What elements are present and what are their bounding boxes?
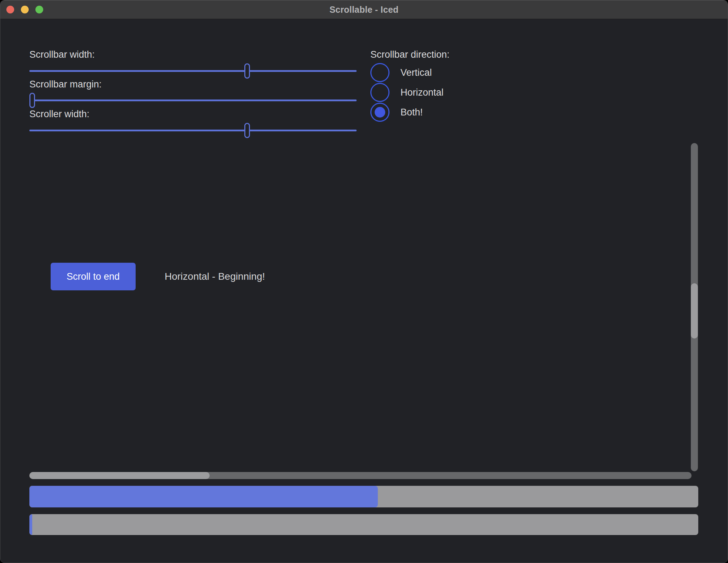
title-bar: Scrollable - Iced (0, 0, 728, 19)
slider-rail[interactable] (29, 70, 357, 72)
zoom-button[interactable] (35, 6, 43, 13)
close-button[interactable] (6, 6, 14, 13)
slider-handle[interactable] (29, 93, 35, 108)
traffic-lights (6, 0, 43, 19)
radio-label: Horizontal (400, 87, 444, 98)
slider-rail[interactable] (29, 99, 357, 101)
scrollbar-width-label: Scrollbar width: (29, 49, 95, 60)
slider-rail[interactable] (29, 130, 357, 131)
scrollbar-width-slider[interactable] (29, 63, 357, 79)
radio-label: Both! (400, 107, 423, 118)
horizontal-scrollbar-track[interactable] (29, 472, 692, 479)
radio-label: Vertical (400, 67, 432, 78)
radio-horizontal[interactable]: Horizontal (370, 83, 444, 102)
radio-circle-icon[interactable] (370, 63, 389, 82)
radio-both[interactable]: Both! (370, 103, 423, 122)
app-window: Scrollable - Iced Scrollbar width: Scrol… (0, 0, 728, 563)
window-title: Scrollable - Iced (329, 5, 398, 15)
scrollbar-direction-label: Scrollbar direction: (370, 49, 450, 60)
radio-circle-icon[interactable] (370, 103, 389, 122)
radio-vertical[interactable]: Vertical (370, 63, 432, 82)
vertical-progress-bar (29, 514, 698, 535)
scroller-width-slider[interactable] (29, 123, 357, 138)
slider-handle[interactable] (244, 123, 250, 138)
horizontal-progress-bar (29, 486, 698, 507)
scrollbar-margin-slider[interactable] (29, 93, 357, 108)
minimize-button[interactable] (21, 6, 29, 13)
progress-fill (29, 486, 378, 507)
slider-handle[interactable] (244, 63, 250, 79)
vertical-scrollbar-thumb[interactable] (691, 283, 698, 339)
vertical-scrollbar-track[interactable] (691, 143, 698, 471)
scroller-width-label: Scroller width: (29, 109, 90, 120)
radio-circle-icon[interactable] (370, 83, 389, 102)
horizontal-scrollbar-thumb[interactable] (29, 472, 210, 479)
scrollbar-margin-label: Scrollbar margin: (29, 79, 102, 90)
progress-fill (29, 514, 32, 535)
scroll-to-end-button[interactable]: Scroll to end (51, 263, 136, 290)
scroll-status-text: Horizontal - Beginning! (165, 263, 265, 290)
